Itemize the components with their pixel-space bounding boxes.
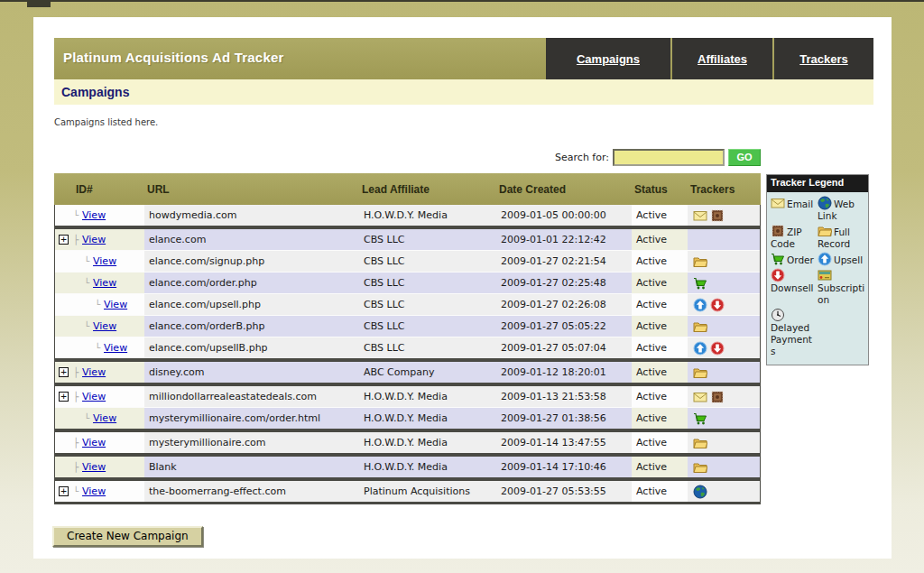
view-link[interactable]: View — [93, 255, 116, 267]
status-cell-text: Active — [636, 366, 667, 378]
url-cell-text: howdymedia.com — [149, 209, 236, 221]
delayed-icon — [771, 308, 785, 322]
status-cell-text: Active — [636, 461, 667, 473]
date-created-cell: 2009-01-27 02:21:54 — [496, 251, 632, 272]
id-cell: +├View — [55, 362, 144, 383]
id-cell: ├View — [55, 457, 144, 477]
expand-icon[interactable]: + — [59, 392, 69, 402]
tracker-legend: Tracker Legend EmailWeb LinkZIP CodeFull… — [766, 174, 869, 365]
affiliate-cell-text: CBS LLC — [364, 277, 404, 289]
create-new-campaign-button[interactable]: Create New Campaign — [52, 526, 203, 547]
status-cell-text: Active — [636, 299, 667, 310]
affiliate-cell-text: Platinum Acquisitions — [364, 485, 470, 497]
view-link[interactable]: View — [82, 461, 106, 473]
content-area: Platinum Acquisitions Ad Tracker Campaig… — [54, 38, 873, 547]
url-cell-text: mysterymillionaire.com — [149, 437, 266, 448]
view-link[interactable]: View — [82, 234, 106, 245]
status-cell: Active — [632, 457, 688, 477]
campaigns-table: ID#URLLead AffiliateDate CreatedStatusTr… — [54, 173, 761, 504]
zip-icon — [771, 224, 785, 238]
view-link[interactable]: View — [104, 299, 127, 310]
expand-icon[interactable]: + — [59, 367, 69, 377]
page-heading-band: Campaigns — [54, 79, 873, 105]
trackers-cell — [688, 316, 760, 337]
view-link[interactable]: View — [104, 342, 127, 354]
main-nav: CampaignsAffiliatesTrackers — [546, 38, 873, 79]
legend-item-label: Upsell — [834, 254, 863, 265]
fullrecord-icon — [693, 365, 707, 380]
date-created-cell-text: 2009-01-12 18:20:01 — [501, 366, 606, 378]
content-card: Platinum Acquisitions Ad Tracker Campaig… — [33, 17, 892, 559]
status-cell-text: Active — [636, 391, 667, 402]
date-created-cell-text: 2009-01-14 17:10:46 — [501, 461, 606, 473]
table-header: ID#URLLead AffiliateDate CreatedStatusTr… — [54, 173, 761, 205]
email-icon — [771, 196, 785, 210]
affiliate-cell: CBS LLC — [359, 273, 496, 293]
view-link[interactable]: View — [82, 209, 106, 221]
url-cell: milliondollarrealeastatedeals.com — [144, 386, 359, 407]
search-input[interactable] — [613, 149, 725, 166]
trackers-cell — [688, 294, 760, 315]
status-cell: Active — [632, 273, 688, 293]
view-link[interactable]: View — [82, 366, 106, 378]
url-cell: disney.com — [144, 362, 359, 383]
status-cell: Active — [632, 386, 688, 407]
weblink-icon — [818, 196, 832, 210]
url-cell: mysterymillionaire.com/order.html — [144, 408, 359, 429]
legend-item-delayed: Delayed Payments — [771, 308, 816, 357]
tab-affiliates[interactable]: Affiliates — [672, 38, 772, 79]
date-created-cell-text: 2009-01-27 05:07:04 — [501, 342, 606, 354]
upsell-icon — [818, 252, 832, 266]
tab-trackers[interactable]: Trackers — [774, 38, 873, 79]
view-link[interactable]: View — [93, 320, 116, 332]
upsell-icon — [693, 298, 707, 312]
id-cell: +├View — [55, 386, 144, 407]
fullrecord-icon — [693, 436, 707, 450]
affiliate-cell-text: CBS LLC — [364, 299, 404, 310]
affiliate-cell-text: CBS LLC — [364, 320, 404, 332]
view-link[interactable]: View — [93, 412, 116, 424]
expand-icon[interactable]: + — [59, 486, 69, 496]
url-cell-text: elance.com/upsell.php — [149, 299, 261, 310]
status-cell-text: Active — [636, 234, 667, 245]
view-link[interactable]: View — [82, 485, 106, 497]
status-cell-text: Active — [636, 485, 667, 497]
affiliate-cell: H.O.W.D.Y. Media — [359, 205, 496, 226]
order-icon — [771, 252, 785, 266]
id-cell: └View — [55, 205, 144, 226]
table-row: ├Viewmysterymillionaire.comH.O.W.D.Y. Me… — [55, 432, 760, 453]
order-icon — [693, 276, 707, 291]
url-cell: elance.com/orderB.php — [144, 316, 359, 337]
view-link[interactable]: View — [82, 391, 106, 402]
downsell-icon — [710, 341, 725, 356]
tree-branch-icon: └ — [73, 486, 79, 496]
tree-branch-icon: └ — [73, 210, 79, 220]
url-cell-text: mysterymillionaire.com/order.html — [149, 412, 320, 424]
legend-item-fullrecord: Full Record — [818, 224, 870, 250]
table-row: ├ViewBlankH.O.W.D.Y. Media2009-01-14 17:… — [55, 457, 760, 477]
status-cell: Active — [632, 362, 688, 383]
status-cell-text: Active — [636, 320, 667, 332]
affiliate-cell-text: CBS LLC — [364, 255, 404, 267]
date-created-cell: 2009-01-12 18:20:01 — [496, 362, 632, 383]
fullrecord-icon — [693, 319, 707, 334]
zip-icon — [710, 390, 725, 404]
tab-label: Trackers — [799, 52, 848, 66]
url-cell-text: disney.com — [149, 366, 204, 378]
url-cell: elance.com/upsellB.php — [144, 337, 359, 358]
table-body: └Viewhowdymedia.comH.O.W.D.Y. Media2009-… — [54, 205, 761, 504]
view-link[interactable]: View — [93, 277, 116, 289]
affiliate-cell: CBS LLC — [359, 337, 496, 358]
expand-icon[interactable]: + — [59, 235, 69, 245]
tab-campaigns[interactable]: Campaigns — [546, 38, 670, 79]
view-link[interactable]: View — [82, 437, 106, 448]
tracker-legend-body: EmailWeb LinkZIP CodeFull RecordOrderUps… — [767, 192, 868, 365]
date-created-cell-text: 2009-01-13 21:53:58 — [501, 391, 606, 402]
table-row: +├Viewdisney.comABC Company2009-01-12 18… — [55, 362, 760, 383]
status-cell: Active — [632, 294, 688, 315]
order-icon — [693, 411, 707, 426]
table-row: └Viewelance.com/signup.phpCBS LLC2009-01… — [55, 250, 760, 272]
search-go-button[interactable]: GO — [728, 149, 761, 166]
column-header: ID# — [54, 173, 143, 205]
id-cell: └View — [55, 294, 144, 315]
